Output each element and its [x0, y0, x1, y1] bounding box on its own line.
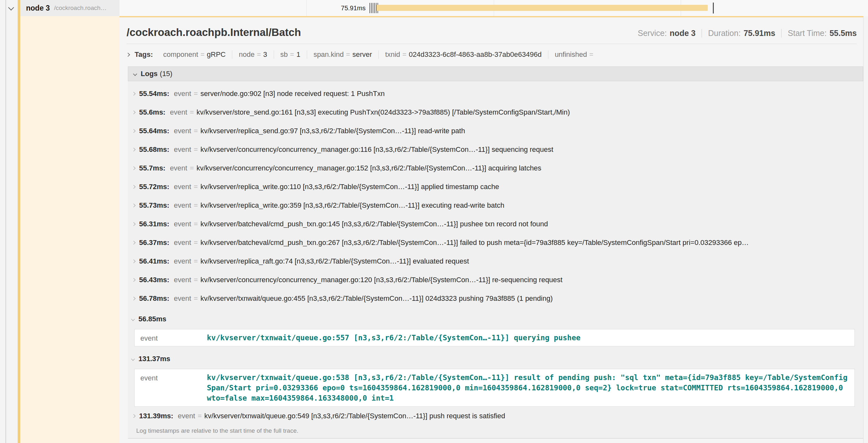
- log-timestamp: 56.31ms:: [139, 220, 169, 228]
- log-message: kv/kvserver/batcheval/cmd_push_txn.go:26…: [200, 239, 855, 247]
- chevron-right-icon[interactable]: [132, 278, 135, 281]
- equals-sign: =: [190, 108, 194, 116]
- equals-sign: =: [194, 257, 198, 266]
- chevron-right-icon[interactable]: [132, 185, 135, 189]
- log-entry-row[interactable]: 55.54ms: event = server/node.go:902 [n3]…: [131, 84, 855, 103]
- log-message: kv/kvserver/concurrency/concurrency_mana…: [200, 145, 855, 154]
- tag-key: txnid: [385, 50, 400, 59]
- equals-sign: =: [197, 412, 202, 420]
- detail-row-highlight-column: [20, 16, 120, 443]
- equals-sign: =: [403, 50, 407, 59]
- chevron-right-icon[interactable]: [126, 53, 130, 57]
- log-message: kv/kvserver/txnwait/queue.go:455 [n3,s3,…: [200, 294, 855, 303]
- equals-sign: =: [194, 145, 198, 154]
- span-row[interactable]: node 3 /cockroach.roach… 75.91ms: [0, 0, 868, 16]
- chevron-right-icon[interactable]: [132, 204, 135, 207]
- log-entry-row[interactable]: 55.68ms: event = kv/kvserver/concurrency…: [131, 140, 855, 159]
- equals-sign: =: [194, 276, 198, 284]
- equals-sign: =: [200, 50, 205, 59]
- log-field-key: event: [174, 145, 191, 154]
- tags-accordion[interactable]: Tags: component=gRPC node=3 sb=1 span.ki…: [127, 44, 863, 66]
- meta-divider: [702, 29, 702, 38]
- log-entry-expanded-header[interactable]: 56.85ms: [131, 312, 855, 327]
- chevron-right-icon[interactable]: [132, 148, 135, 151]
- log-field-key: event: [141, 333, 207, 343]
- log-entry-expanded-header[interactable]: 131.37ms: [131, 351, 855, 366]
- log-entry-row[interactable]: 55.7ms: event = kv/kvserver/concurrency/…: [131, 159, 855, 177]
- log-timestamp: 131.39ms:: [139, 412, 173, 420]
- log-timestamp: 131.37ms: [138, 355, 170, 363]
- log-entry-row[interactable]: 56.31ms: event = kv/kvserver/batcheval/c…: [131, 215, 855, 233]
- chevron-down-icon[interactable]: [8, 4, 14, 10]
- chevron-right-icon[interactable]: [132, 414, 135, 418]
- log-message: kv/kvserver/store_send.go:161 [n3,s3] ex…: [196, 108, 855, 116]
- chevron-down-icon[interactable]: [133, 72, 137, 76]
- log-timestamp: 55.54ms:: [139, 90, 169, 98]
- start-time-value: 55.5ms: [830, 29, 857, 38]
- tag-value: 3: [263, 50, 267, 59]
- log-detail-card: event kv/kvserver/txnwait/queue.go:538 […: [134, 369, 855, 407]
- log-timestamp: 56.78ms:: [139, 294, 169, 303]
- log-field-key: event: [174, 201, 191, 210]
- tags-label: Tags:: [134, 50, 153, 59]
- span-duration-bar[interactable]: [376, 5, 708, 11]
- chevron-right-icon[interactable]: [132, 297, 135, 300]
- service-value: node 3: [670, 29, 696, 38]
- chevron-down-icon[interactable]: [131, 317, 134, 321]
- equals-sign: =: [194, 220, 198, 228]
- log-message: kv/kvserver/concurrency/concurrency_mana…: [196, 164, 855, 172]
- tag-item: component=gRPC: [157, 50, 232, 59]
- equals-sign: =: [194, 127, 198, 135]
- tag-value: gRPC: [207, 50, 226, 59]
- log-entry-row[interactable]: 55.72ms: event = kv/kvserver/replica_wri…: [131, 177, 855, 196]
- log-field-key: event: [174, 276, 191, 284]
- chevron-right-icon[interactable]: [132, 166, 135, 170]
- chevron-right-icon[interactable]: [132, 222, 135, 226]
- span-duration-label: 75.91ms: [120, 0, 366, 16]
- chevron-right-icon[interactable]: [132, 129, 135, 133]
- service-color-stripe: [18, 0, 20, 443]
- log-tick: [374, 3, 375, 13]
- log-field-key: event: [141, 372, 207, 403]
- log-message: kv/kvserver/replica_raft.go:74 [n3,s3,r6…: [200, 257, 855, 266]
- chevron-right-icon[interactable]: [132, 260, 135, 263]
- log-timestamp: 55.7ms:: [139, 164, 165, 172]
- tag-value: 024d3323-6c8f-4863-aa8b-37ab0e63496d: [409, 50, 541, 59]
- log-entry-row[interactable]: 55.64ms: event = kv/kvserver/replica_sen…: [131, 122, 855, 140]
- log-entry-row[interactable]: 56.78ms: event = kv/kvserver/txnwait/que…: [131, 289, 855, 308]
- equals-sign: =: [190, 164, 194, 172]
- duration-value: 75.91ms: [744, 29, 775, 38]
- chevron-right-icon[interactable]: [132, 92, 135, 95]
- span-meta: Service: node 3 Duration: 75.91ms Start …: [638, 29, 857, 38]
- equals-sign: =: [589, 50, 593, 59]
- chevron-down-icon[interactable]: [131, 357, 134, 361]
- log-entry-row[interactable]: 56.41ms: event = kv/kvserver/replica_raf…: [131, 252, 855, 271]
- log-timestamp: 55.72ms:: [139, 183, 169, 191]
- span-operation-name: /cockroach.roach…: [54, 4, 107, 11]
- tag-item: span.kind=server: [307, 50, 379, 59]
- equals-sign: =: [194, 294, 198, 303]
- log-entry-row[interactable]: 55.6ms: event = kv/kvserver/store_send.g…: [131, 103, 855, 122]
- log-tick: [373, 3, 373, 13]
- log-message: kv/kvserver/replica_write.go:110 [n3,s3,…: [200, 183, 855, 191]
- log-entry-row[interactable]: 55.73ms: event = kv/kvserver/replica_wri…: [131, 196, 855, 215]
- logs-list: 55.54ms: event = server/node.go:902 [n3]…: [128, 81, 863, 439]
- tag-key: span.kind: [313, 50, 344, 59]
- service-label: Service:: [638, 29, 666, 38]
- chevron-right-icon[interactable]: [132, 241, 135, 244]
- log-entry-row[interactable]: 56.37ms: event = kv/kvserver/batcheval/c…: [131, 233, 855, 252]
- duration-label: Duration:: [708, 29, 741, 38]
- log-timestamp: 56.85ms: [138, 315, 166, 323]
- log-entry-row[interactable]: 131.39ms: event = kv/kvserver/txnwait/qu…: [131, 407, 855, 425]
- chevron-right-icon[interactable]: [132, 110, 135, 114]
- span-name-cell[interactable]: node 3 /cockroach.roach…: [18, 0, 120, 16]
- log-timestamp: 55.6ms:: [139, 108, 165, 116]
- logs-count: (15): [160, 70, 173, 78]
- logs-title: Logs: [141, 70, 158, 78]
- log-timestamp: 56.41ms:: [139, 257, 169, 266]
- logs-accordion-header[interactable]: Logs (15): [128, 66, 863, 81]
- log-entry-row[interactable]: 56.43ms: event = kv/kvserver/concurrency…: [131, 271, 855, 289]
- log-message: kv/kvserver/txnwait/queue.go:549 [n3,s3,…: [204, 412, 855, 420]
- span-timeline[interactable]: 75.91ms: [120, 0, 868, 16]
- tag-key: sb: [280, 50, 288, 59]
